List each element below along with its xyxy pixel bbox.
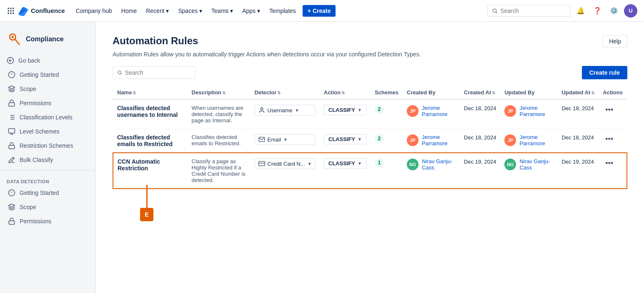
- detector-selector[interactable]: Username ▼: [255, 105, 316, 116]
- rule-name: CCN Automatic Restriction: [118, 158, 183, 172]
- sidebar-item-dd-scope[interactable]: Scope: [0, 200, 95, 214]
- svg-point-12: [12, 36, 14, 38]
- detector-label: Email: [268, 136, 281, 143]
- row-actions-button[interactable]: •••: [603, 105, 616, 115]
- sidebar-item-permissions[interactable]: Permissions: [0, 96, 95, 110]
- svg-rect-29: [9, 145, 15, 149]
- sidebar-item-classification[interactable]: Classification Levels: [0, 110, 95, 124]
- avatar: JP: [504, 134, 516, 146]
- row-actions-button[interactable]: •••: [603, 158, 616, 169]
- detector-dropdown-icon: ▼: [283, 137, 288, 142]
- detector-label: Username: [268, 107, 293, 114]
- apps-grid-icon[interactable]: [7, 7, 15, 15]
- sidebar-item-label: Level Schemes: [20, 128, 60, 135]
- sidebar-item-label: Permissions: [20, 218, 51, 225]
- sidebar-item-getting-started[interactable]: Getting Started: [0, 68, 95, 82]
- layout: Compliance Go back Getting Started Scope…: [0, 22, 644, 293]
- nav-recent[interactable]: Recent ▾: [142, 5, 173, 17]
- main-content: Automation Rules Help Automation Rules a…: [96, 22, 644, 293]
- global-search-box[interactable]: [487, 5, 571, 17]
- svg-line-10: [496, 12, 497, 13]
- go-back-item[interactable]: Go back: [0, 53, 95, 68]
- sidebar-item-dd-getting-started[interactable]: Getting Started: [0, 186, 95, 200]
- nav-teams[interactable]: Teams ▾: [207, 5, 237, 17]
- create-button[interactable]: + Create: [303, 5, 336, 17]
- action-label: CLASSIFY: [328, 160, 355, 167]
- rules-search-input[interactable]: [125, 69, 191, 76]
- nav-spaces[interactable]: Spaces ▾: [174, 5, 206, 17]
- created-by-link[interactable]: Nirav Ganju-Cass: [422, 158, 456, 171]
- action-dropdown-icon: ▼: [358, 137, 362, 141]
- svg-line-13: [15, 39, 20, 45]
- nav-home[interactable]: Home: [117, 5, 141, 17]
- updated-by-cell: JP Jerome Parramore: [504, 134, 553, 146]
- nav-templates[interactable]: Templates: [265, 5, 300, 17]
- sidebar-item-label: Bulk Classify: [20, 157, 53, 163]
- row-actions-button[interactable]: •••: [603, 134, 616, 144]
- rule-desc: Classifies detected emails to Restricted…: [192, 134, 246, 146]
- svg-point-36: [261, 108, 263, 110]
- action-selector[interactable]: CLASSIFY ▼: [324, 105, 366, 115]
- sidebar-item-level-schemes[interactable]: Level Schemes: [0, 124, 95, 139]
- sidebar-item-bulk-classify[interactable]: Bulk Classify: [0, 153, 95, 167]
- sidebar-section-label: DATA DETECTION: [0, 174, 95, 186]
- global-search-input[interactable]: [500, 8, 566, 14]
- page-description: Automation Rules allow you to automatica…: [113, 51, 627, 58]
- table-row: Classifies detected emails to Restricted…: [113, 129, 627, 153]
- annotation-line: [146, 185, 148, 208]
- svg-rect-6: [8, 13, 9, 14]
- created-by-link[interactable]: Jerome Parramore: [422, 105, 456, 117]
- nav-right: 🔔 ❓ ⚙️ U: [487, 4, 637, 18]
- settings-icon[interactable]: ⚙️: [607, 4, 621, 18]
- rule-name: Classifies detected emails to Restricted: [117, 134, 183, 147]
- sidebar-logo-text: Compliance: [26, 35, 64, 43]
- action-selector[interactable]: CLASSIFY ▼: [324, 158, 366, 169]
- sidebar-item-dd-permissions[interactable]: Permissions: [0, 214, 95, 228]
- toolbar: Create rule: [113, 66, 627, 79]
- schemes-badge: 2: [375, 105, 384, 114]
- action-selector[interactable]: CLASSIFY ▼: [324, 134, 366, 144]
- page-title-area: Automation Rules: [113, 35, 198, 47]
- sidebar-item-restriction-schemes[interactable]: Restriction Schemes: [0, 139, 95, 153]
- detector-selector[interactable]: Email ▼: [255, 134, 316, 145]
- table-header-row: Name⇅ Description⇅ Detector⇅ Action⇅ Sch…: [113, 86, 627, 99]
- nav-company-hub[interactable]: Company hub: [72, 5, 116, 17]
- rules-table: Name⇅ Description⇅ Detector⇅ Action⇅ Sch…: [113, 86, 627, 189]
- updated-by-link[interactable]: Nirav Ganju-Cass: [519, 158, 553, 171]
- rules-table-wrap: Name⇅ Description⇅ Detector⇅ Action⇅ Sch…: [113, 86, 627, 189]
- svg-rect-19: [9, 103, 15, 106]
- schemes-badge: 2: [375, 134, 384, 143]
- rules-search-box[interactable]: [113, 66, 196, 79]
- detector-dropdown-icon: ▼: [308, 162, 312, 166]
- svg-line-35: [121, 73, 122, 74]
- sidebar-item-scope[interactable]: Scope: [0, 82, 95, 96]
- updated-at: Dec 18, 2024: [561, 105, 594, 111]
- updated-at: Dec 18, 2024: [561, 134, 594, 141]
- detector-dropdown-icon: ▼: [295, 108, 299, 113]
- user-avatar[interactable]: U: [624, 4, 637, 18]
- sidebar-item-label: Getting Started: [20, 71, 59, 78]
- detector-selector[interactable]: Credit Card N... ▼: [255, 158, 316, 169]
- col-name: Name⇅: [113, 86, 188, 99]
- help-button[interactable]: Help: [603, 35, 627, 48]
- nav-apps[interactable]: Apps ▾: [238, 5, 264, 17]
- col-updated-by: Updated By: [500, 86, 557, 99]
- confluence-logo[interactable]: Confluence: [18, 6, 65, 16]
- schemes-badge: 1: [375, 158, 384, 167]
- rule-desc: When usernames are detected, classify th…: [192, 105, 246, 124]
- notifications-icon[interactable]: 🔔: [574, 4, 587, 18]
- updated-by-link[interactable]: Jerome Parramore: [519, 134, 553, 146]
- svg-rect-1: [10, 8, 11, 9]
- help-icon[interactable]: ❓: [591, 4, 604, 18]
- annotation-arrow: E: [140, 185, 153, 221]
- updated-by-cell: NG Nirav Ganju-Cass: [504, 158, 553, 171]
- updated-by-link[interactable]: Jerome Parramore: [519, 105, 553, 117]
- action-label: CLASSIFY: [328, 107, 355, 113]
- sidebar-item-label: Scope: [20, 86, 36, 92]
- created-by-cell: JP Jerome Parramore: [407, 105, 456, 117]
- svg-rect-26: [9, 129, 15, 133]
- avatar: JP: [407, 134, 418, 146]
- created-by-link[interactable]: Jerome Parramore: [422, 134, 456, 146]
- col-description: Description⇅: [188, 86, 251, 99]
- create-rule-button[interactable]: Create rule: [582, 66, 627, 79]
